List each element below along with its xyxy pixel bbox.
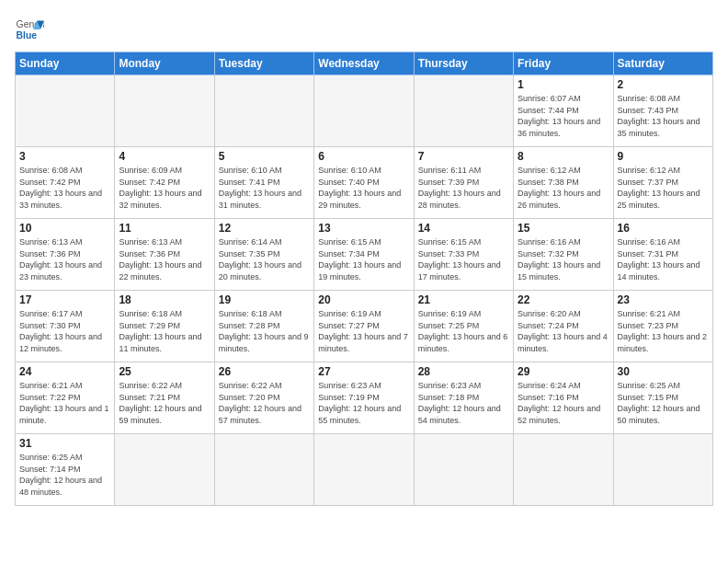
col-header-friday: Friday: [514, 52, 613, 75]
calendar-week-1: 3Sunrise: 6:08 AM Sunset: 7:42 PM Daylig…: [16, 147, 713, 219]
day-number: 30: [618, 365, 709, 378]
calendar-cell: 20Sunrise: 6:19 AM Sunset: 7:27 PM Dayli…: [314, 291, 414, 362]
calendar-cell: 7Sunrise: 6:11 AM Sunset: 7:39 PM Daylig…: [414, 147, 513, 219]
calendar-cell: 4Sunrise: 6:09 AM Sunset: 7:42 PM Daylig…: [115, 147, 214, 219]
calendar-cell: 29Sunrise: 6:24 AM Sunset: 7:16 PM Dayli…: [514, 362, 613, 434]
day-info: Sunrise: 6:21 AM Sunset: 7:22 PM Dayligh…: [19, 380, 110, 426]
day-info: Sunrise: 6:15 AM Sunset: 7:34 PM Dayligh…: [318, 236, 409, 282]
day-number: 11: [119, 222, 210, 235]
day-number: 4: [119, 150, 210, 163]
day-number: 2: [618, 78, 709, 91]
calendar-cell: [414, 434, 513, 506]
col-header-tuesday: Tuesday: [214, 52, 313, 75]
day-number: 21: [418, 293, 509, 306]
day-info: Sunrise: 6:22 AM Sunset: 7:20 PM Dayligh…: [219, 380, 310, 426]
calendar-cell: 27Sunrise: 6:23 AM Sunset: 7:19 PM Dayli…: [314, 362, 414, 434]
calendar-cell: [613, 434, 712, 506]
calendar-week-0: 1Sunrise: 6:07 AM Sunset: 7:44 PM Daylig…: [16, 75, 713, 147]
day-info: Sunrise: 6:13 AM Sunset: 7:36 PM Dayligh…: [119, 236, 210, 282]
day-info: Sunrise: 6:08 AM Sunset: 7:42 PM Dayligh…: [19, 165, 110, 211]
calendar-cell: [314, 75, 414, 147]
calendar-cell: 19Sunrise: 6:18 AM Sunset: 7:28 PM Dayli…: [214, 291, 313, 362]
calendar-week-5: 31Sunrise: 6:25 AM Sunset: 7:14 PM Dayli…: [16, 434, 713, 506]
calendar-cell: 12Sunrise: 6:14 AM Sunset: 7:35 PM Dayli…: [214, 219, 313, 291]
day-info: Sunrise: 6:11 AM Sunset: 7:39 PM Dayligh…: [418, 165, 509, 211]
calendar-cell: 28Sunrise: 6:23 AM Sunset: 7:18 PM Dayli…: [414, 362, 513, 434]
header: General Blue: [15, 15, 713, 44]
calendar-cell: [214, 434, 313, 506]
day-info: Sunrise: 6:24 AM Sunset: 7:16 PM Dayligh…: [518, 380, 609, 426]
day-number: 3: [19, 150, 110, 163]
calendar-cell: 1Sunrise: 6:07 AM Sunset: 7:44 PM Daylig…: [514, 75, 613, 147]
calendar-cell: 6Sunrise: 6:10 AM Sunset: 7:40 PM Daylig…: [314, 147, 414, 219]
day-info: Sunrise: 6:07 AM Sunset: 7:44 PM Dayligh…: [518, 93, 609, 139]
col-header-thursday: Thursday: [414, 52, 513, 75]
calendar-cell: 31Sunrise: 6:25 AM Sunset: 7:14 PM Dayli…: [16, 434, 115, 506]
calendar-header-row: SundayMondayTuesdayWednesdayThursdayFrid…: [16, 52, 713, 75]
logo-icon: General Blue: [15, 15, 44, 44]
day-info: Sunrise: 6:12 AM Sunset: 7:37 PM Dayligh…: [618, 165, 709, 211]
calendar-cell: 25Sunrise: 6:22 AM Sunset: 7:21 PM Dayli…: [115, 362, 214, 434]
day-info: Sunrise: 6:22 AM Sunset: 7:21 PM Dayligh…: [119, 380, 210, 426]
calendar-table: SundayMondayTuesdayWednesdayThursdayFrid…: [15, 52, 713, 506]
calendar-page: General Blue SundayMondayTuesdayWednesda…: [0, 0, 728, 563]
day-info: Sunrise: 6:25 AM Sunset: 7:14 PM Dayligh…: [19, 452, 110, 498]
calendar-cell: 22Sunrise: 6:20 AM Sunset: 7:24 PM Dayli…: [514, 291, 613, 362]
calendar-cell: [214, 75, 313, 147]
day-info: Sunrise: 6:09 AM Sunset: 7:42 PM Dayligh…: [119, 165, 210, 211]
calendar-cell: 13Sunrise: 6:15 AM Sunset: 7:34 PM Dayli…: [314, 219, 414, 291]
calendar-cell: 15Sunrise: 6:16 AM Sunset: 7:32 PM Dayli…: [514, 219, 613, 291]
day-number: 13: [318, 222, 409, 235]
col-header-monday: Monday: [115, 52, 214, 75]
day-number: 25: [119, 365, 210, 378]
calendar-cell: 14Sunrise: 6:15 AM Sunset: 7:33 PM Dayli…: [414, 219, 513, 291]
col-header-saturday: Saturday: [613, 52, 712, 75]
calendar-cell: 8Sunrise: 6:12 AM Sunset: 7:38 PM Daylig…: [514, 147, 613, 219]
day-info: Sunrise: 6:18 AM Sunset: 7:28 PM Dayligh…: [219, 308, 310, 354]
day-number: 28: [418, 365, 509, 378]
calendar-cell: 24Sunrise: 6:21 AM Sunset: 7:22 PM Dayli…: [16, 362, 115, 434]
calendar-cell: 16Sunrise: 6:16 AM Sunset: 7:31 PM Dayli…: [613, 219, 712, 291]
day-info: Sunrise: 6:14 AM Sunset: 7:35 PM Dayligh…: [219, 236, 310, 282]
day-number: 14: [418, 222, 509, 235]
day-number: 27: [318, 365, 409, 378]
col-header-wednesday: Wednesday: [314, 52, 414, 75]
calendar-cell: 30Sunrise: 6:25 AM Sunset: 7:15 PM Dayli…: [613, 362, 712, 434]
day-info: Sunrise: 6:16 AM Sunset: 7:31 PM Dayligh…: [618, 236, 709, 282]
day-info: Sunrise: 6:19 AM Sunset: 7:25 PM Dayligh…: [418, 308, 509, 354]
day-number: 19: [219, 293, 310, 306]
calendar-cell: 26Sunrise: 6:22 AM Sunset: 7:20 PM Dayli…: [214, 362, 313, 434]
day-info: Sunrise: 6:19 AM Sunset: 7:27 PM Dayligh…: [318, 308, 409, 354]
day-number: 5: [219, 150, 310, 163]
calendar-week-2: 10Sunrise: 6:13 AM Sunset: 7:36 PM Dayli…: [16, 219, 713, 291]
day-number: 24: [19, 365, 110, 378]
day-number: 22: [518, 293, 609, 306]
calendar-week-3: 17Sunrise: 6:17 AM Sunset: 7:30 PM Dayli…: [16, 291, 713, 362]
day-number: 9: [618, 150, 709, 163]
day-number: 8: [518, 150, 609, 163]
calendar-cell: [16, 75, 115, 147]
col-header-sunday: Sunday: [16, 52, 115, 75]
day-number: 18: [119, 293, 210, 306]
calendar-cell: [414, 75, 513, 147]
day-number: 17: [19, 293, 110, 306]
day-info: Sunrise: 6:15 AM Sunset: 7:33 PM Dayligh…: [418, 236, 509, 282]
calendar-cell: 3Sunrise: 6:08 AM Sunset: 7:42 PM Daylig…: [16, 147, 115, 219]
calendar-cell: 5Sunrise: 6:10 AM Sunset: 7:41 PM Daylig…: [214, 147, 313, 219]
day-info: Sunrise: 6:23 AM Sunset: 7:18 PM Dayligh…: [418, 380, 509, 426]
day-number: 16: [618, 222, 709, 235]
day-info: Sunrise: 6:25 AM Sunset: 7:15 PM Dayligh…: [618, 380, 709, 426]
day-info: Sunrise: 6:16 AM Sunset: 7:32 PM Dayligh…: [518, 236, 609, 282]
calendar-cell: 10Sunrise: 6:13 AM Sunset: 7:36 PM Dayli…: [16, 219, 115, 291]
calendar-cell: [115, 75, 214, 147]
day-info: Sunrise: 6:13 AM Sunset: 7:36 PM Dayligh…: [19, 236, 110, 282]
day-number: 20: [318, 293, 409, 306]
calendar-cell: [115, 434, 214, 506]
day-info: Sunrise: 6:21 AM Sunset: 7:23 PM Dayligh…: [618, 308, 709, 354]
calendar-cell: 2Sunrise: 6:08 AM Sunset: 7:43 PM Daylig…: [613, 75, 712, 147]
day-number: 15: [518, 222, 609, 235]
calendar-cell: 23Sunrise: 6:21 AM Sunset: 7:23 PM Dayli…: [613, 291, 712, 362]
day-info: Sunrise: 6:08 AM Sunset: 7:43 PM Dayligh…: [618, 93, 709, 139]
logo: General Blue: [15, 15, 48, 44]
day-info: Sunrise: 6:10 AM Sunset: 7:40 PM Dayligh…: [318, 165, 409, 211]
